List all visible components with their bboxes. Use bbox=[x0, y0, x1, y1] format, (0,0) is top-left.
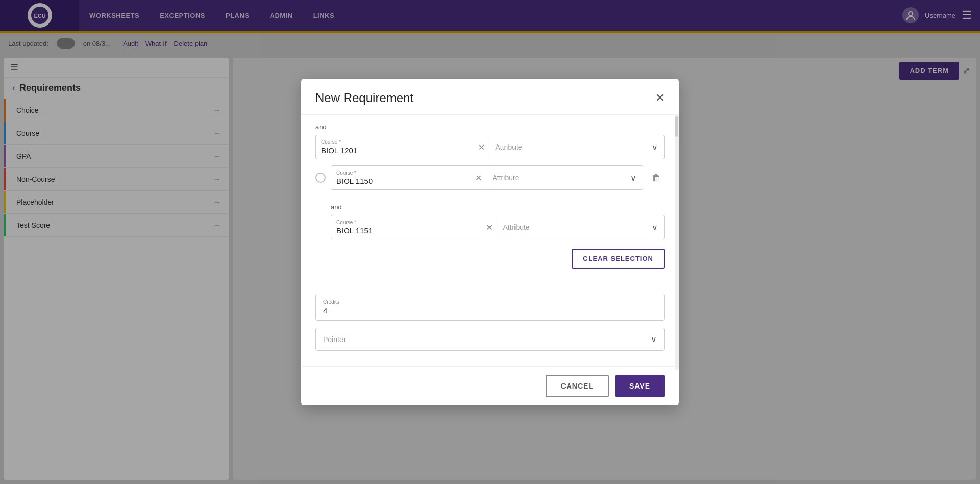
credits-field[interactable]: Credits 4 bbox=[315, 294, 665, 321]
scroll-track bbox=[675, 114, 679, 370]
course1-value: BIOL 1201 bbox=[321, 146, 484, 155]
attribute-field-1[interactable]: Attribute ∨ bbox=[489, 135, 665, 159]
course-field-group-2: Course * BIOL 1150 ✕ Attribute ∨ bbox=[331, 165, 643, 190]
divider bbox=[315, 285, 665, 285]
section1-label: and bbox=[315, 115, 665, 135]
course-field-2[interactable]: Course * BIOL 1150 ✕ bbox=[331, 166, 486, 189]
pointer-label: Pointer bbox=[323, 335, 346, 344]
modal-footer: CANCEL SAVE bbox=[301, 366, 679, 405]
attribute1-chevron-icon: ∨ bbox=[652, 142, 658, 152]
modal-header: New Requirement ✕ bbox=[301, 79, 679, 115]
course-field-3[interactable]: Course * BIOL 1151 ✕ bbox=[331, 215, 497, 239]
attribute3-label: Attribute bbox=[503, 223, 530, 231]
course-row-3-wrapper: Course * BIOL 1151 ✕ Attribute ∨ bbox=[315, 215, 665, 239]
course-field-1[interactable]: Course * BIOL 1201 ✕ bbox=[316, 135, 489, 159]
attribute2-chevron-icon: ∨ bbox=[630, 173, 636, 183]
section3-label: and bbox=[315, 195, 665, 215]
new-requirement-modal: New Requirement ✕ and Course * BIOL 1201… bbox=[301, 79, 679, 405]
credits-label: Credits bbox=[323, 299, 657, 305]
course3-clear-button[interactable]: ✕ bbox=[486, 223, 493, 232]
modal-body: and Course * BIOL 1201 ✕ Attribute ∨ bbox=[301, 115, 679, 366]
course2-clear-button[interactable]: ✕ bbox=[475, 173, 482, 183]
pointer-chevron-icon: ∨ bbox=[651, 334, 657, 344]
course-field-group-1: Course * BIOL 1201 ✕ Attribute ∨ bbox=[315, 135, 665, 159]
course-row-2-wrapper: Course * BIOL 1150 ✕ Attribute ∨ 🗑 bbox=[315, 165, 665, 190]
course2-delete-button[interactable]: 🗑 bbox=[648, 170, 665, 186]
attribute-field-2[interactable]: Attribute ∨ bbox=[486, 166, 643, 189]
clear-selection-row: CLEAR SELECTION bbox=[315, 245, 665, 277]
attribute1-label: Attribute bbox=[496, 143, 522, 151]
course3-value: BIOL 1151 bbox=[336, 226, 492, 235]
course1-clear-button[interactable]: ✕ bbox=[478, 142, 485, 152]
attribute-field-3[interactable]: Attribute ∨ bbox=[497, 215, 665, 239]
credits-value: 4 bbox=[323, 306, 657, 315]
course2-field-label: Course * bbox=[336, 170, 481, 176]
modal-close-button[interactable]: ✕ bbox=[655, 92, 665, 104]
course2-radio[interactable] bbox=[315, 173, 326, 183]
attribute3-chevron-icon: ∨ bbox=[652, 223, 658, 232]
clear-selection-button[interactable]: CLEAR SELECTION bbox=[572, 249, 665, 269]
save-button[interactable]: SAVE bbox=[615, 375, 665, 397]
modal-title: New Requirement bbox=[315, 91, 413, 105]
attribute2-label: Attribute bbox=[493, 174, 519, 182]
course-row-1-wrapper: Course * BIOL 1201 ✕ Attribute ∨ bbox=[315, 135, 665, 159]
pointer-field[interactable]: Pointer ∨ bbox=[315, 328, 665, 351]
course2-value: BIOL 1150 bbox=[336, 177, 481, 185]
course1-field-label: Course * bbox=[321, 139, 484, 145]
modal-overlay: New Requirement ✕ and Course * BIOL 1201… bbox=[0, 0, 980, 484]
scroll-thumb[interactable] bbox=[675, 116, 678, 137]
course-field-group-3: Course * BIOL 1151 ✕ Attribute ∨ bbox=[331, 215, 665, 239]
course3-field-label: Course * bbox=[336, 220, 492, 225]
cancel-button[interactable]: CANCEL bbox=[546, 375, 609, 397]
